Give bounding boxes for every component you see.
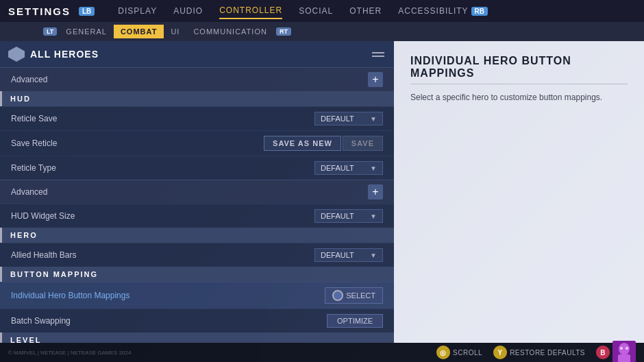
b-badge: B: [596, 346, 610, 359]
left-panel: ALL HEROES Advanced + HUD Reticle Save D…: [0, 41, 394, 343]
right-panel-description: Select a specific hero to customize butt…: [410, 91, 628, 104]
nav-other[interactable]: OTHER: [349, 3, 382, 19]
advanced-plus-btn[interactable]: +: [368, 72, 383, 87]
tab-general[interactable]: GENERAL: [59, 25, 114, 38]
dropdown-arrow2-icon: ▼: [370, 165, 377, 172]
nav-accessibility[interactable]: ACCESSIBILITY: [398, 3, 468, 19]
y-badge: Y: [493, 346, 507, 359]
footer: © MARVEL | NETEASE | NETEASE GAMES 2024 …: [0, 343, 644, 362]
rt-badge[interactable]: RT: [276, 27, 291, 36]
footer-scroll-ctrl: ◎ SCROLL: [436, 346, 482, 359]
svg-point-4: [626, 347, 628, 350]
hud-widget-label: HUD Widget Size: [11, 211, 314, 221]
lt-badge[interactable]: LT: [43, 27, 57, 36]
restore-label: RESTORE DEFAULTS: [510, 349, 585, 357]
save-reticle-buttons: SAVE AS NEW SAVE: [264, 136, 383, 151]
section-hud: HUD: [0, 91, 394, 106]
advanced-hud-row[interactable]: Advanced +: [0, 180, 394, 204]
nav-display[interactable]: DISPLAY: [118, 3, 157, 19]
setting-reticle-type: Reticle Type Default ▼: [0, 156, 394, 180]
setting-individual-hero: Individual Hero Button Mappings SELECT: [0, 282, 394, 309]
tab-combat[interactable]: COMBAT: [114, 25, 164, 38]
all-heroes-label: ALL HEROES: [30, 49, 365, 60]
subnav: LT GENERAL COMBAT UI COMMUNICATION RT: [0, 22, 644, 41]
nav-social[interactable]: SOCIAL: [299, 3, 333, 19]
hud-widget-dropdown[interactable]: DEFAULT ▼: [314, 209, 383, 223]
hero-avatar: [612, 341, 636, 362]
all-heroes-row: ALL HEROES: [0, 41, 394, 67]
swap-icon[interactable]: [371, 48, 386, 60]
settings-title: SETTINGS: [8, 5, 71, 17]
lb-badge[interactable]: LB: [79, 7, 95, 16]
reticle-type-dropdown[interactable]: Default ▼: [314, 161, 383, 175]
section-button-mapping: BUTTON MAPPING: [0, 267, 394, 282]
tab-communication[interactable]: COMMUNICATION: [186, 25, 274, 38]
setting-batch-swapping: Batch Swapping OPTIMIZE: [0, 309, 394, 333]
footer-restore-ctrl: Y RESTORE DEFAULTS: [493, 346, 585, 359]
setting-reticle-save: Reticle Save Default ▼: [0, 106, 394, 130]
advanced-top-row[interactable]: Advanced +: [0, 67, 394, 91]
save-as-new-button[interactable]: SAVE AS NEW: [264, 136, 341, 151]
reticle-type-value: Default: [321, 164, 366, 172]
advanced-top-label: Advanced: [11, 75, 368, 84]
main-layout: ALL HEROES Advanced + HUD Reticle Save D…: [0, 41, 644, 343]
dropdown-arrow-icon: ▼: [370, 115, 377, 123]
section-level: Level: [0, 333, 394, 343]
footer-copyright: © MARVEL | NETEASE | NETEASE GAMES 2024: [8, 350, 423, 356]
svg-rect-2: [618, 354, 630, 362]
save-button[interactable]: SAVE: [343, 136, 383, 151]
select-label: SELECT: [346, 291, 375, 300]
optimize-button[interactable]: OPTIMIZE: [327, 314, 383, 328]
scroll-badge: ◎: [436, 346, 450, 359]
nav-items: DISPLAY AUDIO CONTROLLER SOCIAL OTHER AC…: [118, 3, 468, 19]
rb-badge[interactable]: RB: [471, 7, 488, 16]
dropdown-arrow3-icon: ▼: [370, 213, 377, 220]
reticle-type-label: Reticle Type: [11, 163, 314, 173]
batch-swapping-label: Batch Swapping: [11, 316, 327, 326]
select-button[interactable]: SELECT: [325, 287, 383, 304]
setting-allied-health: Allied Health Bars Default ▼: [0, 243, 394, 267]
scroll-label: SCROLL: [453, 349, 482, 357]
reticle-save-value: Default: [321, 114, 366, 123]
nav-controller[interactable]: CONTROLLER: [219, 3, 282, 19]
setting-hud-widget-size: HUD Widget Size DEFAULT ▼: [0, 204, 394, 228]
header: SETTINGS LB DISPLAY AUDIO CONTROLLER SOC…: [0, 0, 644, 22]
individual-hero-label: Individual Hero Button Mappings: [11, 291, 325, 300]
allied-health-label: Allied Health Bars: [11, 250, 314, 260]
hero-icon: [8, 47, 25, 62]
right-panel-divider: [410, 84, 628, 84]
section-hero: HERO: [0, 228, 394, 243]
advanced-hud-label: Advanced: [11, 187, 368, 197]
advanced-hud-plus-btn[interactable]: +: [368, 184, 383, 200]
nav-audio[interactable]: AUDIO: [173, 3, 203, 19]
footer-back-ctrl: B: [596, 341, 636, 362]
allied-health-value: Default: [321, 251, 366, 259]
tab-ui[interactable]: UI: [164, 25, 186, 38]
allied-health-dropdown[interactable]: Default ▼: [314, 248, 383, 262]
footer-controls: ◎ SCROLL Y RESTORE DEFAULTS B: [436, 341, 636, 362]
right-panel: INDIVIDUAL HERO BUTTON MAPPINGS Select a…: [394, 41, 644, 343]
svg-point-3: [620, 347, 623, 350]
save-reticle-label: Save Reticle: [11, 138, 264, 148]
hud-widget-value: DEFAULT: [321, 212, 366, 220]
circle-icon: [332, 290, 343, 301]
dropdown-arrow4-icon: ▼: [370, 252, 377, 259]
right-panel-title: INDIVIDUAL HERO BUTTON MAPPINGS: [410, 55, 628, 80]
setting-save-reticle: Save Reticle SAVE AS NEW SAVE: [0, 130, 394, 156]
reticle-save-label: Reticle Save: [11, 114, 314, 123]
reticle-save-dropdown[interactable]: Default ▼: [314, 112, 383, 125]
